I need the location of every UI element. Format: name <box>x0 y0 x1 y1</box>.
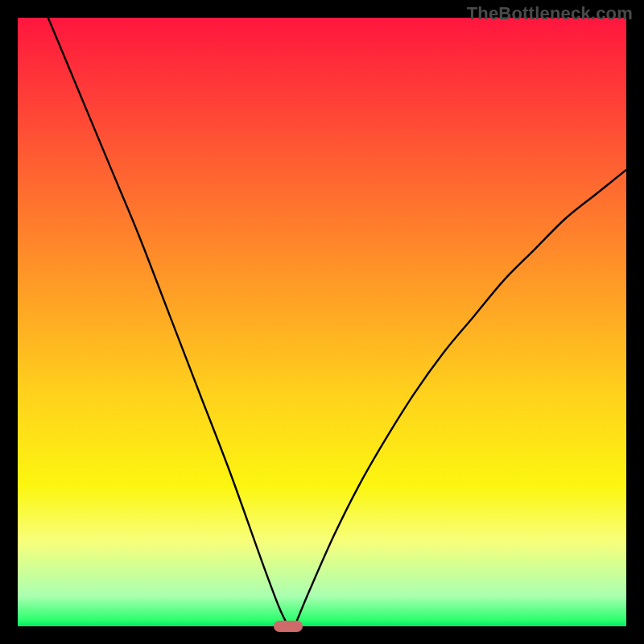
optimum-marker <box>274 621 303 632</box>
plot-area <box>18 18 626 626</box>
bottleneck-curve <box>18 18 626 626</box>
chart-frame: TheBottleneck.com <box>0 0 644 644</box>
watermark-text: TheBottleneck.com <box>467 3 633 24</box>
